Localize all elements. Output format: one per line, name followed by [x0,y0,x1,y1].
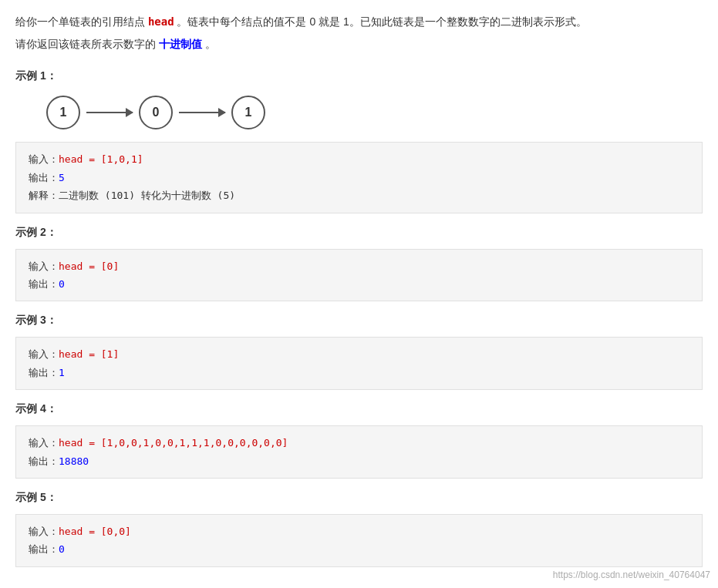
example-5-input-label: 输入： [29,526,59,537]
example-5-label: 示例 5： [15,491,703,505]
example-1-output-label: 输出： [29,172,59,183]
intro-code-word: head [148,15,174,28]
example-2-label: 示例 2： [15,226,703,240]
intro-line2-pre: 请你返回该链表所表示数字的 [15,38,159,50]
example-2-input-code: head = [0] [59,260,119,272]
example-1-explanation-label: 解释： [29,190,59,201]
example-3-label: 示例 3： [15,314,703,328]
example-4-label: 示例 4： [15,402,703,416]
example-5-input-line: 输入：head = [0,0] [29,522,689,540]
example-4-input-code: head = [1,0,0,1,0,0,1,1,1,0,0,0,0,0,0] [59,437,288,449]
example-4-output-line: 输出：18880 [29,452,689,470]
example-2-code-block: 输入：head = [0] 输出：0 [15,249,703,302]
example-5-output-val: 0 [59,543,65,555]
diagram-1: 1 0 1 [46,96,703,129]
example-4-input-line: 输入：head = [1,0,0,1,0,0,1,1,1,0,0,0,0,0,0… [29,434,689,452]
intro-line1-post: 。链表中每个结点的值不是 0 就是 1。已知此链表是一个整数数字的二进制表示形式… [174,15,587,28]
example-3-input-label: 输入： [29,348,59,360]
example-1-output-line: 输出：5 [29,169,689,186]
example-1-explanation-line: 解释：二进制数 (101) 转化为十进制数 (5) [29,186,689,204]
example-2-input-label: 输入： [29,260,59,272]
example-1-code-block: 输入：head = [1,0,1] 输出：5 解释：二进制数 (101) 转化为… [15,142,703,213]
example-2-output-label: 输出： [29,278,59,290]
node-1-2: 0 [139,96,173,129]
example-1-output-val: 5 [59,172,65,183]
example-4-input-label: 输入： [29,437,59,449]
intro-line2-highlight: 十进制值 [159,38,202,50]
example-1-input-code: head = [1,0,1] [59,153,143,165]
intro-line2-post: 。 [202,38,216,50]
example-1-input-line: 输入：head = [1,0,1] [29,150,689,168]
arrow-line-2 [179,112,225,113]
intro-line1: 给你一个单链表的引用结点 head 。链表中每个结点的值不是 0 就是 1。已知… [15,12,703,32]
example-2-output-line: 输出：0 [29,275,689,293]
example-5-code-block: 输入：head = [0,0] 输出：0 [15,514,703,567]
example-3-output-label: 输出： [29,367,59,378]
example-5: 示例 5： 输入：head = [0,0] 输出：0 [15,491,703,567]
arrow-1-2 [179,112,225,113]
watermark: https://blog.csdn.net/weixin_40764047 [553,570,710,580]
example-1-input-label: 输入： [29,153,59,165]
example-1-explanation: 二进制数 (101) 转化为十进制数 (5) [59,190,235,201]
intro-line1-pre: 给你一个单链表的引用结点 [15,15,148,28]
example-1: 示例 1： 1 0 1 输入：head = [1,0,1] 输出：5 解释：二进… [15,69,703,213]
example-5-input-code: head = [0,0] [59,526,131,537]
example-3-input-code: head = [1] [59,348,119,360]
example-2: 示例 2： 输入：head = [0] 输出：0 [15,226,703,302]
arrow-line-1 [86,112,133,113]
node-1-1: 1 [46,96,80,129]
node-1-3: 1 [231,96,265,129]
example-5-output-line: 输出：0 [29,540,689,558]
example-5-output-label: 输出： [29,543,59,555]
example-4: 示例 4： 输入：head = [1,0,0,1,0,0,1,1,1,0,0,0… [15,402,703,479]
example-3-output-val: 1 [59,367,65,378]
example-4-output-label: 输出： [29,455,59,467]
example-2-output-val: 0 [59,278,65,290]
example-3-code-block: 输入：head = [1] 输出：1 [15,337,703,390]
example-4-output-val: 18880 [59,455,89,467]
example-3-output-line: 输出：1 [29,364,689,381]
example-2-input-line: 输入：head = [0] [29,257,689,275]
arrow-1-1 [86,112,133,113]
example-1-label: 示例 1： [15,69,703,83]
intro-line2: 请你返回该链表所表示数字的 十进制值 。 [15,35,703,54]
example-4-code-block: 输入：head = [1,0,0,1,0,0,1,1,1,0,0,0,0,0,0… [15,425,703,479]
example-3: 示例 3： 输入：head = [1] 输出：1 [15,314,703,390]
example-3-input-line: 输入：head = [1] [29,345,689,363]
